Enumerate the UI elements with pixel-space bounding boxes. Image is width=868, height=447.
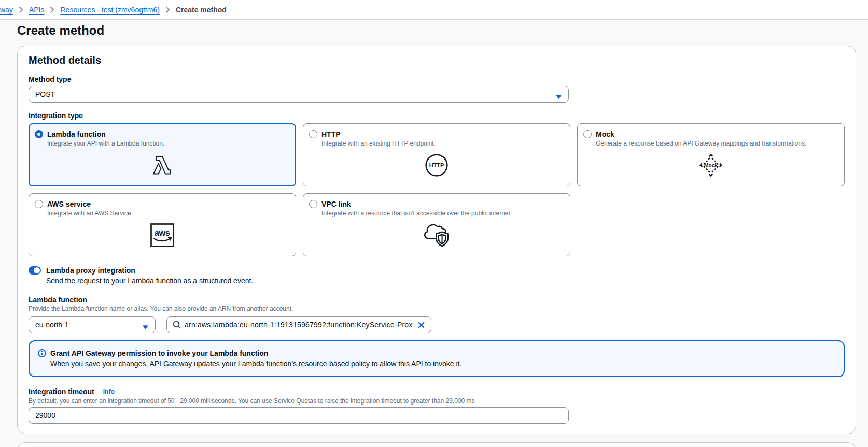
tile-header: HTTP xyxy=(309,129,564,139)
method-type-value: POST xyxy=(35,90,55,98)
lambda-function-controls: eu-north-1 arn:aws:lambda:eu-north-1:191… xyxy=(29,316,845,333)
tile-title: HTTP xyxy=(321,129,341,139)
lambda-proxy-toggle-description: Send the request to your Lambda function… xyxy=(46,276,253,286)
tile-lambda-function[interactable]: Lambda function Integrate your API with … xyxy=(29,123,296,186)
region-value: eu-north-1 xyxy=(35,321,69,329)
lambda-arn-input[interactable]: arn:aws:lambda:eu-north-1:191315967992:f… xyxy=(166,316,431,333)
integration-timeout-input[interactable]: 29000 xyxy=(29,407,569,424)
clear-input-icon[interactable] xyxy=(417,321,425,329)
tile-title: Lambda function xyxy=(47,129,106,139)
vpc-link-icon xyxy=(309,218,564,252)
tile-header: VPC link xyxy=(309,199,564,209)
integration-type-label: Integration type xyxy=(29,111,845,120)
toggle-text: Lambda proxy integration Send the reques… xyxy=(46,265,253,286)
breadcrumb-api-gateway[interactable]: way xyxy=(0,6,13,14)
method-details-title: Method details xyxy=(29,54,845,66)
breadcrumb-resources[interactable]: Resources - test (zmv6ogttm6) xyxy=(60,6,159,14)
info-link[interactable]: Info xyxy=(103,387,115,396)
tile-header: AWS service xyxy=(35,199,290,209)
tile-description: Integrate your API with a Lambda functio… xyxy=(47,139,290,148)
alert-body: Grant API Gateway permission to invoke y… xyxy=(50,348,461,369)
radio-icon[interactable] xyxy=(583,130,592,138)
svg-text:Mock: Mock xyxy=(704,162,718,168)
tile-title: Mock xyxy=(596,129,614,139)
breadcrumb-apis[interactable]: APIs xyxy=(29,6,45,14)
integration-type-tiles: Lambda function Integrate your API with … xyxy=(29,123,845,256)
radio-checked-icon[interactable] xyxy=(35,130,43,138)
method-type-select[interactable]: POST xyxy=(29,86,569,103)
permission-alert: Grant API Gateway permission to invoke y… xyxy=(29,340,845,377)
chevron-right-icon xyxy=(50,6,54,13)
method-details-container: Method details Method type POST Integrat… xyxy=(17,46,856,434)
caret-down-icon xyxy=(556,92,562,100)
info-icon xyxy=(38,349,46,369)
tile-aws-service[interactable]: AWS service Integrate with an AWS Servic… xyxy=(29,193,296,256)
tile-header: Lambda function xyxy=(35,129,290,139)
next-section-container xyxy=(17,442,856,447)
permission-alert-description: When you save your changes, API Gateway … xyxy=(50,358,461,369)
integration-timeout-value: 29000 xyxy=(35,411,55,420)
lambda-proxy-toggle-row: Lambda proxy integration Send the reques… xyxy=(29,265,845,286)
lambda-icon xyxy=(35,148,290,182)
tile-title: AWS service xyxy=(47,199,91,209)
tile-description: Integrate with a resource that isn't acc… xyxy=(321,209,564,218)
radio-icon[interactable] xyxy=(35,200,43,208)
radio-icon[interactable] xyxy=(309,130,317,138)
mock-icon: Mock xyxy=(583,148,838,182)
search-icon xyxy=(173,321,181,329)
lambda-function-description: Provide the Lambda function name or alia… xyxy=(29,305,845,313)
method-type-label: Method type xyxy=(29,75,845,84)
tile-mock[interactable]: Mock Generate a response based on API Ga… xyxy=(577,123,845,186)
permission-alert-title: Grant API Gateway permission to invoke y… xyxy=(50,348,461,358)
integration-timeout-description: By default, you can enter an integration… xyxy=(29,397,845,405)
toggle-knob xyxy=(34,267,40,273)
region-select[interactable]: eu-north-1 xyxy=(29,316,156,333)
tile-description: Integrate with an existing HTTP endpoint… xyxy=(321,139,564,148)
breadcrumb: way APIs Resources - test (zmv6ogttm6) C… xyxy=(0,0,868,20)
lambda-arn-value: arn:aws:lambda:eu-north-1:191315967992:f… xyxy=(185,321,413,329)
svg-text:HTTP: HTTP xyxy=(429,162,444,168)
chevron-right-icon xyxy=(19,6,23,13)
svg-text:aws: aws xyxy=(155,227,170,237)
aws-service-icon: aws xyxy=(35,218,290,252)
lambda-proxy-toggle-label: Lambda proxy integration xyxy=(46,265,253,276)
caret-down-icon xyxy=(143,323,148,331)
tile-header: Mock xyxy=(583,129,838,139)
tile-title: VPC link xyxy=(321,199,351,209)
integration-timeout-label-row: Integration timeout Info xyxy=(29,387,845,396)
integration-timeout-label: Integration timeout xyxy=(29,387,94,396)
tile-vpc-link[interactable]: VPC link Integrate with a resource that … xyxy=(303,193,570,256)
lambda-proxy-toggle[interactable] xyxy=(29,266,41,275)
lambda-function-label: Lambda function xyxy=(29,295,845,305)
radio-icon[interactable] xyxy=(309,200,317,208)
tile-description: Generate a response based on API Gateway… xyxy=(596,139,838,148)
http-icon: HTTP xyxy=(309,148,564,182)
page-title: Create method xyxy=(17,23,868,38)
label-divider xyxy=(99,388,99,395)
tile-http[interactable]: HTTP Integrate with an existing HTTP end… xyxy=(303,123,570,186)
tile-description: Integrate with an AWS Service. xyxy=(47,209,290,218)
breadcrumb-current: Create method xyxy=(176,6,227,14)
chevron-right-icon xyxy=(165,6,170,13)
